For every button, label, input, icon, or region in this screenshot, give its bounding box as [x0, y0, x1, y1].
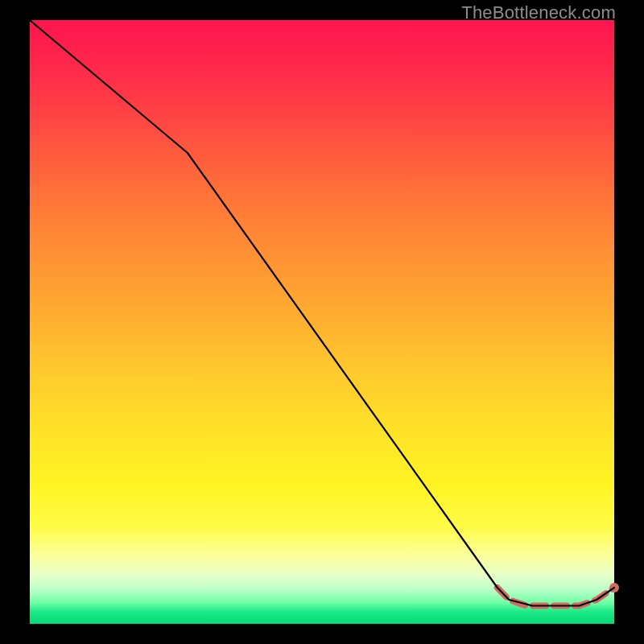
main-curve [30, 20, 614, 606]
chart-overlay [30, 20, 614, 624]
bottom-marker-dash [497, 588, 614, 606]
chart-canvas: TheBottleneck.com [0, 0, 644, 644]
